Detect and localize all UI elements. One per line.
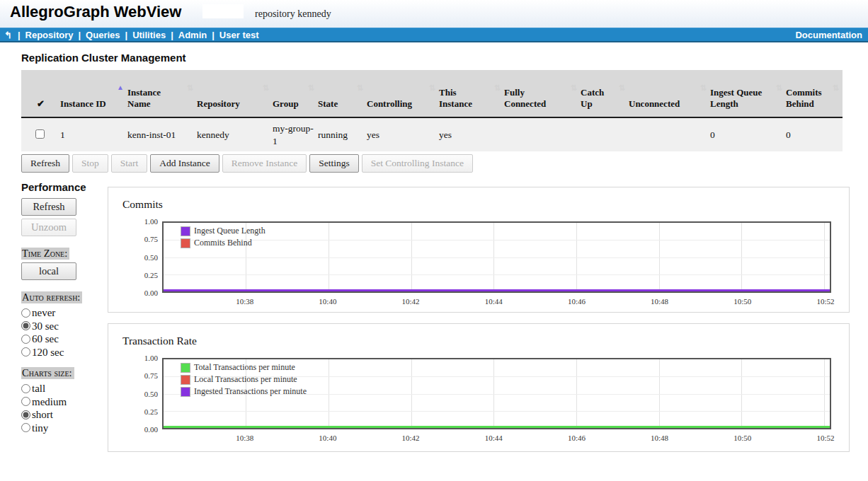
y-tick-label: 0.50: [144, 253, 158, 262]
nav-item-repository[interactable]: Repository: [25, 30, 74, 40]
refresh-button[interactable]: Refresh: [21, 154, 69, 173]
column-header-ingest-queue-length[interactable]: Ingest Queue Length⇅: [710, 70, 786, 117]
cell-ingest-queue-length: 0: [710, 117, 786, 151]
x-tick-label: 10:40: [319, 297, 336, 306]
charts-size-radio-tall[interactable]: [21, 384, 30, 393]
x-tick-label: 10:44: [485, 297, 503, 306]
y-tick-label: 1.00: [144, 354, 158, 362]
y-tick-label: 0.00: [144, 289, 158, 297]
top-header: AllegroGraph WebView repository kennedy: [0, 0, 868, 28]
radio-option-tall[interactable]: tall: [21, 382, 108, 395]
legend-swatch: [181, 363, 190, 373]
column-header-fully-connected[interactable]: Fully Connected⇅: [504, 70, 581, 117]
unzoom-button: Unzoom: [21, 219, 76, 236]
repository-label: repository kennedy: [255, 8, 331, 20]
radio-option-never[interactable]: never: [21, 306, 108, 320]
x-tick-label: 10:40: [319, 434, 336, 442]
column-header-commits-behind[interactable]: Commits Behind⇅: [786, 70, 843, 117]
chart-plot-area: Ingest Queue LengthCommits Behind: [162, 221, 831, 293]
nav-separator: |: [125, 30, 128, 40]
y-tick-label: 0.75: [144, 235, 158, 243]
auto-refresh-radio-never[interactable]: [21, 308, 30, 318]
radio-label: 60 sec: [32, 332, 59, 346]
y-tick-label: 1.00: [144, 217, 158, 226]
cell-controlling: yes: [367, 117, 439, 151]
settings-button[interactable]: Settings: [309, 154, 359, 173]
column-header-state[interactable]: State⇅: [318, 70, 367, 117]
nav-separator: |: [171, 30, 173, 40]
horizontal-gridline: [164, 274, 830, 275]
column-header-group[interactable]: Group⇅: [273, 70, 318, 117]
x-tick-label: 10:52: [816, 297, 834, 306]
nav-item-admin[interactable]: Admin: [178, 30, 207, 40]
x-tick-label: 10:48: [651, 297, 668, 306]
nav-item-queries[interactable]: Queries: [86, 30, 120, 40]
cluster-table-header: ✔Instance ID▲Instance Name⇅Repository⇅Gr…: [21, 70, 843, 117]
nav-item-utilities[interactable]: Utilities: [132, 30, 166, 40]
performance-refresh-button[interactable]: Refresh: [21, 198, 76, 216]
performance-heading: Performance: [21, 181, 108, 193]
radio-label: never: [32, 306, 55, 320]
charts-size-radio-tiny[interactable]: [21, 423, 30, 432]
charts-size-radio-short[interactable]: [21, 410, 30, 419]
chart-legend: Total Transactions per minuteLocal Trans…: [181, 361, 307, 398]
column-header-unconnected[interactable]: Unconnected⇅: [629, 70, 710, 117]
sort-ascending-icon: ▲: [117, 84, 124, 91]
row-select-checkbox[interactable]: [35, 129, 45, 139]
charts-size-radio-medium[interactable]: [21, 397, 30, 406]
auto-refresh-radio-30-sec[interactable]: [21, 321, 30, 330]
y-tick-label: 0.25: [144, 271, 158, 279]
cell-fully-connected: [504, 117, 581, 151]
legend-label: Local Transactions per minute: [194, 374, 297, 385]
x-tick-label: 10:46: [568, 434, 586, 442]
radio-option-60-sec[interactable]: 60 sec: [21, 332, 108, 346]
sort-idle-icon: ⇅: [700, 84, 707, 91]
radio-option-medium[interactable]: medium: [21, 395, 108, 409]
cell-unconnected: [629, 117, 710, 151]
nav-item-user-test[interactable]: User test: [219, 30, 259, 40]
auto-refresh-radio-120-sec[interactable]: [21, 347, 30, 357]
legend-swatch: [181, 238, 190, 248]
column-header-instance-id[interactable]: Instance ID▲: [60, 70, 127, 117]
page-title: Replication Cluster Management: [21, 52, 868, 64]
column-header-controlling[interactable]: Controlling⇅: [367, 70, 439, 117]
chart-panel-transaction-rate: Transaction Rate1.000.750.500.250.00Tota…: [108, 323, 850, 452]
cluster-button-row: RefreshStopStartAdd InstanceRemove Insta…: [21, 154, 868, 173]
x-tick-label: 10:42: [402, 297, 420, 306]
series-line-total-transactions-per-minute: [164, 426, 830, 428]
column-header-this-instance[interactable]: This Instance⇅: [439, 70, 504, 117]
add-instance-button[interactable]: Add Instance: [150, 154, 219, 173]
radio-option-tiny[interactable]: tiny: [21, 422, 108, 435]
sort-idle-icon: ⇅: [429, 84, 435, 91]
charts-column: Commits1.000.750.500.250.00Ingest Queue …: [108, 181, 850, 463]
cell-instance-name: kenn-inst-01: [127, 117, 197, 151]
legend-label: Total Transactions per minute: [194, 362, 295, 373]
legend-item: Local Transactions per minute: [181, 373, 307, 386]
sort-idle-icon: ⇅: [187, 84, 193, 91]
x-tick-label: 10:44: [485, 434, 503, 442]
column-header-repository[interactable]: Repository⇅: [197, 70, 273, 117]
header-highlight-box: [202, 4, 244, 18]
radio-option-30-sec[interactable]: 30 sec: [21, 320, 108, 333]
legend-item: Commits Behind: [181, 237, 265, 249]
sort-idle-icon: ⇅: [619, 84, 625, 91]
radio-option-short[interactable]: short: [21, 408, 108, 422]
x-tick-label: 10:52: [816, 434, 834, 442]
auto-refresh-radio-60-sec[interactable]: [21, 335, 30, 344]
column-header-instance-name[interactable]: Instance Name⇅: [127, 70, 197, 117]
app-title: AllegroGraph WebView: [10, 3, 181, 21]
column-header-catch-up[interactable]: Catch Up⇅: [581, 70, 629, 117]
cell-state: running: [318, 117, 367, 151]
sort-idle-icon: ⇅: [494, 84, 501, 91]
select-all-header[interactable]: ✔: [21, 70, 60, 117]
sort-idle-icon: ⇅: [571, 84, 577, 91]
timezone-local-button[interactable]: local: [21, 262, 76, 280]
back-arrow-icon[interactable]: ↰: [4, 30, 12, 40]
table-row: 1kenn-inst-01kennedymy-group-1runningyes…: [21, 117, 843, 151]
nav-documentation-link[interactable]: Documentation: [795, 30, 864, 40]
radio-option-120-sec[interactable]: 120 sec: [21, 346, 108, 359]
sort-idle-icon: ⇅: [263, 84, 269, 91]
nav-separator: |: [78, 30, 81, 40]
legend-label: Commits Behind: [194, 238, 252, 248]
legend-item: Total Transactions per minute: [181, 361, 307, 373]
